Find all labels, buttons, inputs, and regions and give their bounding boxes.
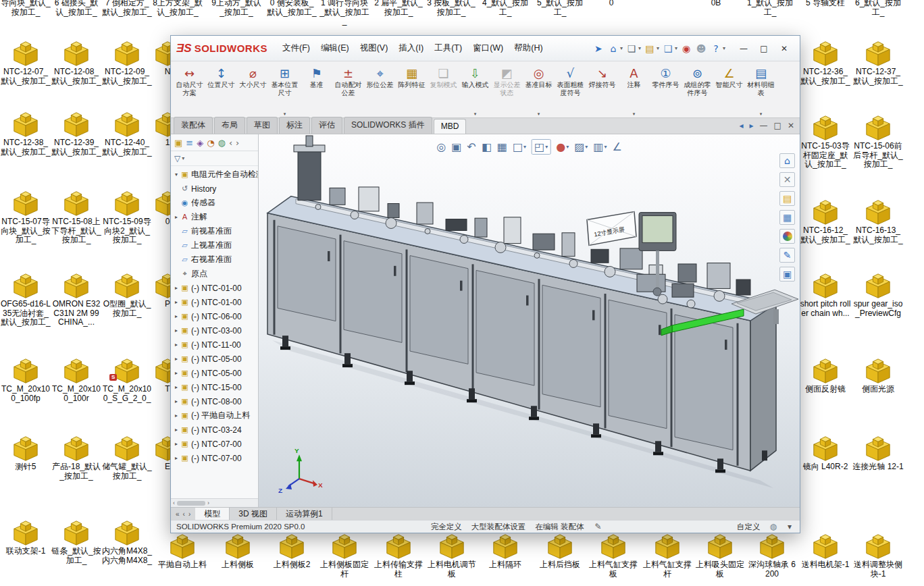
tab-mbd[interactable]: MBD bbox=[434, 119, 467, 134]
markup-icon[interactable]: ✎ bbox=[779, 248, 795, 263]
desktop-icon[interactable]: 9上动方_默认_按加工_ bbox=[211, 0, 262, 17]
copy-scheme-button[interactable]: ❏ 复制模式 bbox=[428, 63, 459, 117]
desktop-icon[interactable]: 上料侧板2 bbox=[266, 532, 317, 570]
desktop-icon[interactable]: 1_默认_按加工_ bbox=[744, 0, 796, 17]
dimxpertmanager-tab-icon[interactable]: ◔ bbox=[207, 138, 214, 148]
desktop-icon[interactable]: NTC-12-38_默认_按加工_ bbox=[0, 110, 51, 157]
menu-item[interactable]: 窗口(W) bbox=[467, 40, 509, 57]
weld-symbol-button[interactable]: ↘ 焊接符号 bbox=[586, 63, 618, 117]
tree-item-subassembly[interactable]: ▸ ▣ (-) NTC-05-00 bbox=[171, 352, 258, 366]
desktop-icon[interactable]: 上料传输支撑柱 bbox=[373, 532, 424, 579]
doc-close-icon[interactable]: ✕ bbox=[788, 121, 794, 130]
minimize-button[interactable]: — bbox=[734, 41, 754, 57]
bom-button[interactable]: ▤ 材料明细表 ▾ bbox=[745, 63, 777, 117]
menu-item[interactable]: 工具(T) bbox=[429, 40, 467, 57]
tree-item-annotations[interactable]: ▸ A 注解 bbox=[171, 210, 258, 224]
edit-icon[interactable]: ▣ bbox=[779, 267, 795, 282]
desktop-icon[interactable]: 0 侧安装板_默认_按加工_ bbox=[266, 0, 317, 17]
tree-item-subassembly[interactable]: ▸ ▣ (-) NTC-01-00 bbox=[171, 295, 258, 309]
measure-icon[interactable]: ∠ bbox=[612, 140, 621, 153]
desktop-icon[interactable]: 6 础接头_默认_按加工_ bbox=[51, 0, 102, 17]
desktop-icon[interactable]: OMRON E32 C31N 2M 99 CHINA_... bbox=[51, 271, 102, 327]
zoom-fit-icon[interactable]: ◎ bbox=[436, 140, 446, 153]
expander-icon[interactable]: ▾ bbox=[173, 171, 180, 178]
desktop-icon[interactable]: 侧面光源 bbox=[852, 356, 904, 394]
geometric-tolerance-button[interactable]: ⌖ 形位公差 bbox=[364, 63, 396, 117]
menu-item[interactable]: 帮助(H) bbox=[509, 40, 548, 57]
desktop-icon[interactable]: 8上方支架_默认_按加工_ bbox=[152, 0, 203, 17]
doc-minimize-icon[interactable]: — bbox=[760, 121, 768, 130]
render-sphere-icon[interactable]: ◍ bbox=[769, 522, 776, 531]
expander-icon[interactable]: ▸ bbox=[173, 398, 180, 404]
desktop-icon[interactable]: 1 调行导向块_默认_按加工_ bbox=[319, 0, 370, 26]
tab-scroll-right-icon[interactable]: › bbox=[188, 510, 190, 518]
tree-item-subassembly[interactable]: ▸ ▣ (-) NTC-01-00 bbox=[171, 281, 258, 295]
pane-previous-icon[interactable]: ◂ bbox=[740, 121, 744, 130]
tab-scroll-left-icon[interactable]: ‹ bbox=[183, 510, 185, 518]
doc-restore-icon[interactable]: □ bbox=[774, 121, 781, 130]
appearance-grid-icon[interactable]: ▦ bbox=[779, 210, 795, 225]
displaymanager-tab-icon[interactable]: ◍ bbox=[218, 138, 226, 148]
desktop-icon[interactable]: 上料气缸支撑杆 bbox=[642, 532, 693, 579]
expander-icon[interactable]: ▸ bbox=[173, 342, 180, 348]
tree-item-front-plane[interactable]: ▱ 前视基准面 bbox=[171, 224, 258, 238]
apply-scene-icon[interactable]: ▨ ▾ bbox=[574, 140, 588, 153]
viewport[interactable]: 12寸显示屏 Y X Z ◎ ▣ bbox=[259, 134, 800, 507]
scroll-left-icon[interactable]: ‹ bbox=[173, 500, 175, 506]
desktop-icon[interactable]: 2 扁平_默认_按加工_ bbox=[373, 0, 424, 17]
propertymanager-tab-icon[interactable]: ≡ bbox=[186, 138, 193, 148]
section-view-icon[interactable]: ◧ bbox=[482, 140, 492, 153]
tab-scroll-start-icon[interactable]: « bbox=[176, 510, 180, 518]
expander-icon[interactable]: ▸ bbox=[173, 384, 180, 390]
featuremanager-tab-icon[interactable]: ▣ bbox=[174, 138, 182, 148]
desktop-icon[interactable]: 测针5 bbox=[0, 434, 51, 472]
tab-3d-views[interactable]: 3D 视图 bbox=[230, 508, 277, 520]
size-dimension-button[interactable]: ⌀ 大小尺寸 bbox=[237, 63, 269, 117]
desktop-icon[interactable]: 送料调整块侧块-1 bbox=[852, 532, 904, 579]
desktop-icon[interactable]: TC_M_20x100_100r bbox=[51, 356, 102, 403]
tab-annotate[interactable]: 标注 bbox=[279, 117, 310, 134]
location-dimension-button[interactable]: ↕ 位置尺寸 bbox=[205, 63, 237, 117]
previous-view-icon[interactable]: ↶ bbox=[467, 140, 476, 153]
desktop-icon[interactable]: 侧面反射镜 bbox=[800, 356, 851, 394]
expander-icon[interactable]: ▸ bbox=[173, 285, 180, 291]
menu-item[interactable]: 文件(F) bbox=[277, 40, 315, 57]
tab-model[interactable]: 模型 bbox=[195, 508, 230, 520]
desktop-icon[interactable]: 3 按板_默认_按加工_ bbox=[426, 0, 477, 17]
status-expand-icon[interactable]: ▾ bbox=[788, 522, 792, 531]
expander-icon[interactable]: ▸ bbox=[173, 370, 180, 376]
desktop-icon[interactable]: 连接光轴 12-1 bbox=[852, 434, 904, 472]
help-icon[interactable]: ? ▾ bbox=[710, 43, 725, 54]
expander-icon[interactable]: ▸ bbox=[173, 313, 180, 319]
panel-tab-scroll-left-icon[interactable]: ‹ bbox=[229, 138, 232, 148]
smart-dimension-button[interactable]: ∠ 智能尺寸 bbox=[713, 63, 745, 117]
desktop-icon[interactable]: 产品-18_默认_按加工_ bbox=[51, 434, 102, 481]
desktop-icon[interactable]: spur gear_iso_PreviewCfg bbox=[852, 271, 904, 318]
tree-item-sensors[interactable]: ◉ 传感器 bbox=[171, 196, 258, 210]
menu-item[interactable]: 视图(V) bbox=[355, 40, 394, 57]
edit-assembly-icon[interactable]: ✎ bbox=[595, 522, 602, 531]
desktop-icon[interactable]: 0 bbox=[586, 0, 637, 8]
maximize-button[interactable]: □ bbox=[754, 41, 774, 57]
view-orientation-icon[interactable]: ◰ ▾ bbox=[532, 139, 550, 155]
tab-layout[interactable]: 布局 bbox=[214, 117, 245, 134]
expander-icon[interactable]: ▸ bbox=[173, 427, 180, 433]
desktop-icon[interactable]: 上料电机调节板 bbox=[426, 532, 478, 579]
tree-item-subassembly[interactable]: ▸ ▣ (-) NTC-07-00 bbox=[171, 437, 258, 451]
scrollbar-thumb[interactable] bbox=[177, 501, 205, 506]
tree-item-top-plane[interactable]: ▱ 上视基准面 bbox=[171, 238, 258, 252]
close-button[interactable]: ✕ bbox=[774, 41, 794, 57]
tree-item-subassembly[interactable]: ▸ ▣ (-) NTC-15-00 bbox=[171, 380, 258, 394]
new-document-icon[interactable]: ❏ ▾ bbox=[625, 43, 641, 54]
menu-item[interactable]: 编辑(E) bbox=[315, 40, 355, 57]
desktop-icon[interactable]: NTC-12-39_默认_按加工_ bbox=[51, 110, 102, 157]
desktop-icon[interactable]: 上料吸头固定板 bbox=[694, 532, 746, 579]
panel-tab-scroll-right-icon[interactable]: › bbox=[236, 138, 239, 148]
desktop-icon[interactable]: TC_M_20x100_100fp bbox=[0, 356, 51, 403]
desktop-icon[interactable]: 送料电机架-1 bbox=[800, 532, 851, 570]
desktop-icon[interactable]: NTC-12-37_默认_按加工_ bbox=[852, 39, 904, 86]
desktop-icon[interactable]: 镜向 L40R-2 bbox=[800, 434, 851, 472]
open-folder-icon[interactable]: ▤ bbox=[779, 191, 795, 206]
expander-icon[interactable]: ▸ bbox=[173, 455, 180, 461]
desktop-icon[interactable]: NTC-15-07导向块_默认_按加工_ bbox=[0, 189, 51, 245]
